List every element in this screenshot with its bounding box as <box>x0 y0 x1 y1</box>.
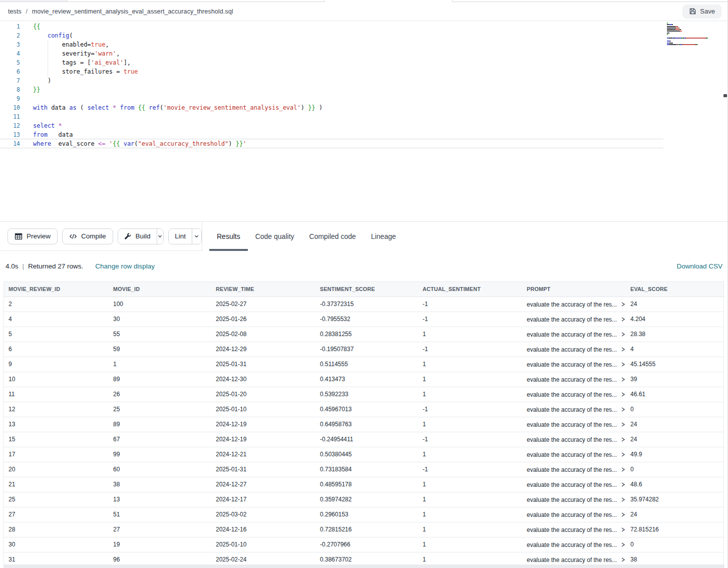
breadcrumb: tests / movie_review_sentiment_analysis_… <box>8 8 233 15</box>
code-line[interactable]: 1{{ <box>0 22 663 31</box>
table-row: 15672024-12-19-0.24954411-1evaluate the … <box>4 432 723 447</box>
code-line[interactable]: 12select * <box>0 121 663 130</box>
tab-results[interactable]: Results <box>209 222 248 251</box>
cell-review-time: 2025-01-26 <box>211 312 315 327</box>
lint-dropdown-button[interactable] <box>192 229 201 244</box>
code-text <box>20 112 33 121</box>
code-line[interactable]: 9 <box>0 94 663 103</box>
save-button[interactable]: Save <box>682 5 721 19</box>
code-line[interactable]: 4 severity='warn', <box>0 49 663 58</box>
prompt-expand-chevron-right-icon[interactable] <box>620 347 625 352</box>
cell-movie-id: 60 <box>109 462 211 477</box>
code-line[interactable]: 7 ) <box>0 76 663 85</box>
table-row: 13892024-12-190.649587631evaluate the ac… <box>4 417 723 432</box>
build-button[interactable]: Build <box>118 229 157 244</box>
cell-movie-id: 19 <box>109 537 211 552</box>
prompt-expand-chevron-right-icon[interactable] <box>620 317 625 322</box>
code-line[interactable]: 6 store_failures = true <box>0 67 663 76</box>
code-text: select * <box>20 121 62 130</box>
prompt-preview-text: evaluate the accuracy of the res... <box>527 436 617 443</box>
code-line[interactable]: 5 tags = ['ai_eval'], <box>0 58 663 67</box>
prompt-expand-chevron-right-icon[interactable] <box>620 362 625 367</box>
download-csv-link[interactable]: Download CSV <box>676 262 722 270</box>
code-line[interactable]: 10with data as ( select * from {{ ref('m… <box>0 103 663 112</box>
tab-lineage[interactable]: Lineage <box>363 222 404 251</box>
cell-prompt: evaluate the accuracy of the res... <box>522 447 626 462</box>
line-number: 4 <box>0 49 20 58</box>
code-line[interactable]: 13from data <box>0 130 663 139</box>
cell-prompt: evaluate the accuracy of the res... <box>522 462 626 477</box>
tab-code-quality[interactable]: Code quality <box>248 222 302 251</box>
build-button-label: Build <box>136 232 151 240</box>
prompt-expand-chevron-right-icon[interactable] <box>620 512 625 517</box>
file-header: tests / movie_review_sentiment_analysis_… <box>0 2 727 21</box>
preview-button-label: Preview <box>27 232 51 240</box>
cell-eval-score: 24 <box>626 507 723 522</box>
code-line[interactable]: 3 enabled=true, <box>0 40 663 49</box>
prompt-expand-chevron-right-icon[interactable] <box>620 422 625 427</box>
prompt-expand-chevron-right-icon[interactable] <box>620 557 625 562</box>
code-line-current[interactable]: 14where eval_score <= '{{ var("eval_accu… <box>0 139 663 148</box>
change-row-display-link[interactable]: Change row display <box>95 262 155 270</box>
prompt-expand-chevron-right-icon[interactable] <box>620 392 625 397</box>
cell-movie-review-id: 17 <box>4 447 109 462</box>
prompt-expand-chevron-right-icon[interactable] <box>620 497 625 502</box>
prompt-preview-text: evaluate the accuracy of the res... <box>527 541 617 548</box>
cell-sentiment-score: 0.2960153 <box>315 507 418 522</box>
table-row: 912025-01-310.51145551evaluate the accur… <box>4 357 723 372</box>
prompt-preview-text: evaluate the accuracy of the res... <box>527 526 617 533</box>
table-row: 30192025-01-10-0.27079661evaluate the ac… <box>4 537 723 552</box>
minimap[interactable] <box>667 23 708 46</box>
cell-eval-score: 24 <box>626 432 723 447</box>
prompt-preview-text: evaluate the accuracy of the res... <box>527 481 617 488</box>
minimap-line <box>667 29 708 30</box>
code-lines[interactable]: 1{{2 config(3 enabled=true,4 severity='w… <box>0 22 663 148</box>
prompt-expand-chevron-right-icon[interactable] <box>620 467 625 472</box>
cell-sentiment-score: 0.45967013 <box>315 402 418 417</box>
build-dropdown-button[interactable] <box>157 229 164 244</box>
minimap-line <box>667 31 708 32</box>
minimap-line <box>667 43 708 44</box>
cell-prompt: evaluate the accuracy of the res... <box>522 417 626 432</box>
code-editor[interactable]: 1{{2 config(3 enabled=true,4 severity='w… <box>0 21 727 222</box>
cell-eval-score: 45.14555 <box>626 357 723 372</box>
minimap-line <box>667 38 708 39</box>
cell-actual-sentiment: 1 <box>418 417 522 432</box>
cell-movie-id: 13 <box>109 492 211 507</box>
code-text: enabled=true, <box>20 40 109 49</box>
code-line[interactable]: 2 config( <box>0 31 663 40</box>
prompt-expand-chevron-right-icon[interactable] <box>620 527 625 532</box>
cell-prompt: evaluate the accuracy of the res... <box>522 327 626 342</box>
cell-sentiment-score: 0.72815216 <box>315 522 418 537</box>
tab-compiled-code[interactable]: Compiled code <box>302 222 363 251</box>
horizontal-scrollbar[interactable] <box>4 564 724 568</box>
cell-movie-id: 26 <box>109 387 211 402</box>
code-text <box>20 94 33 103</box>
prompt-expand-chevron-right-icon[interactable] <box>620 377 625 382</box>
cell-actual-sentiment: -1 <box>418 462 522 477</box>
code-text: ) <box>20 76 51 85</box>
cell-prompt: evaluate the accuracy of the res... <box>522 387 626 402</box>
tab-separator <box>452 0 453 2</box>
cell-movie-review-id: 13 <box>4 417 109 432</box>
prompt-expand-chevron-right-icon[interactable] <box>620 452 625 457</box>
prompt-expand-chevron-right-icon[interactable] <box>620 407 625 412</box>
prompt-expand-chevron-right-icon[interactable] <box>620 332 625 337</box>
preview-button[interactable]: Preview <box>8 228 58 244</box>
cell-sentiment-score: 0.5392233 <box>315 387 418 402</box>
cell-actual-sentiment: 1 <box>418 357 522 372</box>
prompt-expand-chevron-right-icon[interactable] <box>620 437 625 442</box>
compile-button[interactable]: Compile <box>62 228 113 244</box>
cell-prompt: evaluate the accuracy of the res... <box>522 312 626 327</box>
prompt-expand-chevron-right-icon[interactable] <box>620 542 625 547</box>
code-line[interactable]: 11 <box>0 112 663 121</box>
prompt-expand-chevron-right-icon[interactable] <box>620 302 625 307</box>
lint-button[interactable]: Lint <box>169 229 192 244</box>
cell-review-time: 2025-01-10 <box>211 537 315 552</box>
editor-tab-strip[interactable] <box>0 0 727 2</box>
cell-review-time: 2025-01-10 <box>211 402 315 417</box>
code-line[interactable]: 8}} <box>0 85 663 94</box>
cell-movie-review-id: 12 <box>4 402 109 417</box>
results-table-container: MOVIE_REVIEW_IDMOVIE_IDREVIEW_TIMESENTIM… <box>4 281 724 568</box>
prompt-expand-chevron-right-icon[interactable] <box>620 482 625 487</box>
